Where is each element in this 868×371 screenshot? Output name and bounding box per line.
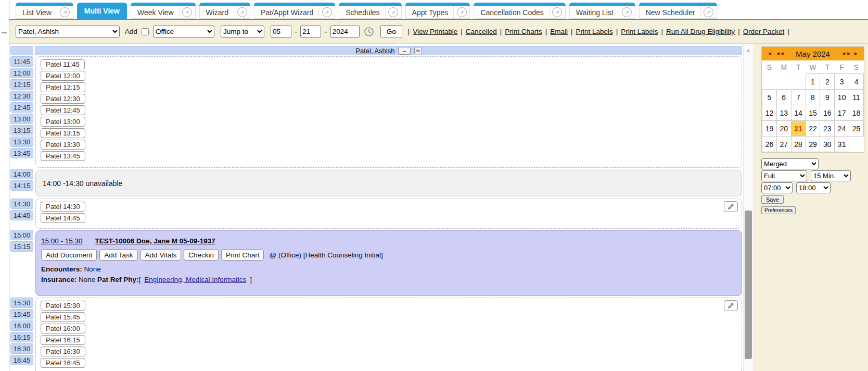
date-year-input[interactable] <box>330 26 360 38</box>
edit-schedule-icon[interactable] <box>724 300 738 311</box>
scrollbar-thumb[interactable] <box>745 211 752 359</box>
calendar-day[interactable]: 3 <box>835 74 849 90</box>
slot-button[interactable]: Patel 12:15 <box>41 82 85 92</box>
external-link-icon[interactable]: ↗ <box>388 7 398 17</box>
external-link-icon[interactable]: ↗ <box>60 7 70 17</box>
calendar-day-selected[interactable]: 21 <box>791 121 806 137</box>
slot-button[interactable]: Patel 13:15 <box>41 128 85 138</box>
slot-button[interactable]: Patel 16:00 <box>41 324 85 333</box>
tab-waiting-list[interactable]: Waiting List↗ <box>569 3 635 19</box>
external-link-icon[interactable]: ↗ <box>182 7 192 17</box>
toolbar-link-cancelled[interactable]: Cancelled <box>466 28 497 35</box>
interval-select[interactable]: 15 Min. <box>811 170 851 181</box>
external-link-icon[interactable]: ↗ <box>322 7 332 17</box>
toolbar-link-print-labels[interactable]: Print Labels <box>621 28 658 35</box>
external-link-icon[interactable]: ↗ <box>237 7 247 17</box>
slot-button[interactable]: Patel 13:30 <box>41 140 85 150</box>
toolbar-link-order-packet[interactable]: Order Packet <box>743 28 785 35</box>
calendar-day[interactable]: 15 <box>806 105 820 121</box>
add-checkbox[interactable] <box>142 28 149 35</box>
go-button[interactable]: Go <box>380 25 402 38</box>
preferences-button[interactable]: Preferences <box>761 206 796 214</box>
external-link-icon[interactable]: ↗ <box>552 7 562 17</box>
calendar-day[interactable]: 22 <box>806 121 820 137</box>
toolbar-link-print-charts[interactable]: Print Charts <box>505 28 542 35</box>
calendar-prev-month-icon[interactable]: ◄ <box>767 51 772 56</box>
calendar-day[interactable]: 18 <box>849 105 864 121</box>
tab-new-scheduler[interactable]: New Scheduler↗ <box>639 3 717 19</box>
date-month-input[interactable] <box>271 26 291 38</box>
tab-schedules[interactable]: Schedules↗ <box>339 3 401 19</box>
edit-schedule-icon[interactable] <box>724 201 738 212</box>
toolbar-link-run-all-drug-eligibility[interactable]: Run All Drug Eligibility <box>666 28 735 35</box>
tab-wizard[interactable]: Wizard↗ <box>199 3 251 19</box>
external-link-icon[interactable]: ↗ <box>704 7 713 17</box>
referring-physician-link[interactable]: Engineering, Medical Informatics <box>144 276 246 283</box>
facility-select[interactable]: Office <box>153 26 214 38</box>
tab-pat-appt-wizard[interactable]: Pat/Appt Wizard↗ <box>254 3 335 19</box>
calendar-next-year-icon[interactable]: ►► <box>842 51 850 56</box>
tab-cancellation-codes[interactable]: Cancellation Codes↗ <box>474 3 565 19</box>
slot-button[interactable]: Patel 12:00 <box>41 71 85 81</box>
calendar-day[interactable]: 16 <box>820 105 835 121</box>
save-button[interactable]: Save <box>761 195 784 204</box>
slot-button[interactable]: Patel 14:30 <box>41 202 85 212</box>
tab-multi-view[interactable]: Multi View <box>77 3 127 19</box>
tab-list-view[interactable]: List View↗ <box>16 3 73 19</box>
slot-button[interactable]: Patel 13:00 <box>41 117 85 127</box>
calendar-day[interactable]: 19 <box>762 121 777 137</box>
calendar-day[interactable]: 8 <box>806 90 820 105</box>
day-range-select[interactable]: Full <box>761 170 807 181</box>
add-task-button[interactable]: Add Task <box>99 249 137 261</box>
slot-button[interactable]: Patel 12:45 <box>41 105 85 115</box>
date-day-input[interactable] <box>300 26 321 38</box>
end-time-select[interactable]: 18:00 <box>796 182 831 193</box>
checkin-button[interactable]: Checkin <box>184 249 219 261</box>
slot-button[interactable]: Patel 15:30 <box>41 301 85 311</box>
provider-select[interactable]: Patel, Ashish <box>16 26 120 38</box>
calendar-day[interactable]: 2 <box>820 74 835 90</box>
calendar-day[interactable]: 7 <box>791 90 806 105</box>
calendar-day[interactable]: 30 <box>820 137 835 152</box>
frame-resize-handle[interactable] <box>2 32 7 33</box>
slot-button[interactable]: Patel 16:30 <box>41 347 85 356</box>
slot-button[interactable]: Patel 16:15 <box>41 335 85 345</box>
jump-to-select[interactable]: Jump to <box>221 26 264 38</box>
calendar-prev-year-icon[interactable]: ◄◄ <box>775 51 784 56</box>
toolbar-link-view-printable[interactable]: View Printable <box>413 28 457 35</box>
slot-button[interactable]: Patel 16:45 <box>41 358 85 368</box>
slot-button[interactable]: Patel 11:45 <box>41 59 85 69</box>
external-link-icon[interactable]: ↗ <box>457 7 467 17</box>
toolbar-link-print-labels[interactable]: Print Labels <box>576 28 612 35</box>
toolbar-link-email[interactable]: Email <box>550 28 568 35</box>
tab-week-view[interactable]: Week View↗ <box>131 3 196 19</box>
calendar-day[interactable]: 26 <box>762 137 777 152</box>
vertical-scrollbar[interactable]: ▲ <box>743 44 753 371</box>
calendar-day[interactable]: 9 <box>820 90 835 105</box>
provider-header-link[interactable]: Patel, Ashish <box>355 47 394 55</box>
slot-button[interactable]: Patel 13:45 <box>41 151 85 161</box>
calendar-day[interactable]: 20 <box>776 121 791 137</box>
external-link-icon[interactable]: ↗ <box>622 7 632 17</box>
calendar-day[interactable]: 24 <box>835 121 849 137</box>
calendar-day[interactable]: 29 <box>806 137 820 152</box>
calendar-day[interactable]: 25 <box>849 121 864 137</box>
tab-appt-types[interactable]: Appt Types↗ <box>405 3 470 19</box>
calendar-day[interactable]: 14 <box>791 105 806 121</box>
slot-button[interactable]: Patel 12:30 <box>41 94 85 104</box>
view-mode-select[interactable]: Merged <box>761 158 819 169</box>
calendar-day[interactable]: 11 <box>849 90 864 105</box>
print-chart-button[interactable]: Print Chart <box>221 249 264 261</box>
calendar-day[interactable]: 1 <box>806 74 820 90</box>
patient-link[interactable]: TEST-10006 Doe, Jane M 05-09-1937 <box>95 237 215 245</box>
add-document-button[interactable]: Add Document <box>41 249 97 261</box>
calendar-day[interactable]: 10 <box>835 90 849 105</box>
calendar-day[interactable]: 31 <box>835 137 849 152</box>
collapse-column-button[interactable]: – <box>398 47 411 55</box>
scrollbar-up-icon[interactable]: ▲ <box>744 47 753 53</box>
start-time-select[interactable]: 07:00 <box>761 182 793 193</box>
calendar-day[interactable]: 27 <box>776 137 791 152</box>
calendar-day[interactable]: 5 <box>762 90 777 105</box>
add-vitals-button[interactable]: Add Vitals <box>141 249 182 261</box>
fb-button[interactable]: fb <box>414 47 422 54</box>
